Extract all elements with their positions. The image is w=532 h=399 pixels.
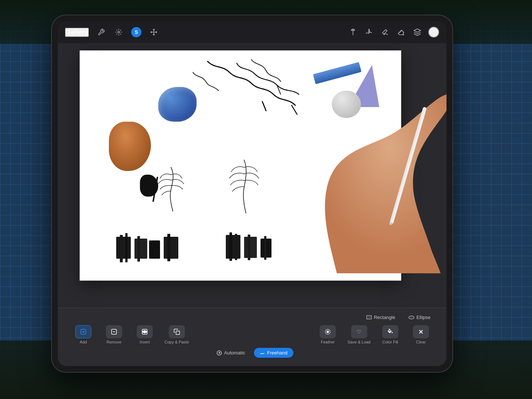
- smudge-tool-icon[interactable]: [380, 27, 390, 37]
- adjustments-icon[interactable]: [114, 27, 124, 37]
- top-mode-row: Rectangle Ellipse: [65, 312, 439, 322]
- svg-point-0: [118, 31, 120, 33]
- copy-paste-icon: [169, 325, 185, 338]
- copy-paste-label: Copy & Paste: [164, 340, 189, 344]
- color-fill-icon: [382, 325, 398, 338]
- selection-icon[interactable]: S: [131, 27, 141, 37]
- svg-rect-12: [134, 239, 147, 259]
- save-load-icon: ♡: [351, 325, 367, 338]
- svg-rect-23: [264, 236, 266, 260]
- right-toolbar-icons: [348, 27, 439, 38]
- clear-icon: [413, 325, 429, 338]
- remove-icon: [106, 325, 122, 338]
- bottom-right-modes: Feather ♡ Save & Load: [317, 325, 439, 344]
- svg-rect-19: [235, 234, 237, 260]
- bottom-left-actions: Add Remove: [65, 325, 189, 344]
- eraser-tool-icon[interactable]: [396, 27, 406, 37]
- feather-button[interactable]: Feather: [317, 325, 339, 344]
- transform-icon[interactable]: [149, 27, 159, 37]
- svg-marker-5: [414, 29, 421, 32]
- ellipse-mode-label: Ellipse: [417, 315, 430, 320]
- svg-rect-13: [137, 236, 140, 262]
- artwork-canvas[interactable]: [80, 50, 401, 281]
- invert-label: Invert: [140, 340, 150, 344]
- rectangle-mode-button[interactable]: Rectangle: [361, 312, 400, 322]
- svg-rect-15: [164, 237, 178, 259]
- svg-rect-18: [229, 232, 232, 261]
- feather-sketches-art: [142, 153, 324, 233]
- wrench-icon[interactable]: [96, 27, 106, 37]
- brush-tool-icon[interactable]: [364, 27, 374, 37]
- automatic-mode-label: Automatic: [224, 350, 245, 356]
- feather-label: Feather: [321, 340, 335, 344]
- pearl-art: [332, 91, 361, 118]
- svg-rect-9: [116, 237, 131, 259]
- svg-rect-20: [244, 237, 257, 258]
- svg-rect-10: [120, 235, 123, 262]
- rectangle-mode-label: Rectangle: [374, 315, 395, 320]
- svg-rect-17: [226, 235, 240, 259]
- ipad-frame: Gallery S: [51, 15, 453, 373]
- save-load-button[interactable]: ♡ Save & Load: [347, 325, 370, 344]
- gallery-button[interactable]: Gallery: [65, 28, 89, 37]
- svg-rect-14: [149, 240, 160, 259]
- color-fill-label: Color Fill: [382, 340, 398, 344]
- feather-icon: [320, 325, 336, 338]
- svg-rect-16: [167, 234, 170, 261]
- ellipse-mode-button[interactable]: Ellipse: [403, 312, 436, 322]
- svg-line-7: [292, 105, 297, 114]
- add-icon: [75, 325, 91, 338]
- add-label: Add: [80, 340, 87, 344]
- bottom-brush-marks-art: [109, 229, 321, 277]
- svg-point-35: [327, 331, 329, 333]
- invert-button[interactable]: Invert: [134, 325, 156, 344]
- svg-line-6: [262, 102, 266, 111]
- color-fill-button[interactable]: Color Fill: [379, 325, 401, 344]
- bottom-toolbar: Rectangle Ellipse: [58, 308, 446, 366]
- top-toolbar: Gallery S: [58, 21, 446, 43]
- canvas-area[interactable]: Rectangle Ellipse: [58, 43, 446, 366]
- rectangle-mode-icon: [366, 315, 372, 319]
- svg-rect-11: [125, 233, 128, 262]
- clear-label: Clear: [416, 340, 426, 344]
- ipad-screen: Gallery S: [58, 21, 446, 366]
- add-button[interactable]: Add: [72, 325, 94, 344]
- freehand-mode-icon: [260, 350, 265, 356]
- svg-rect-33: [176, 331, 179, 335]
- artwork-content: [80, 50, 401, 281]
- sun-icon: [217, 350, 222, 356]
- remove-label: Remove: [107, 340, 122, 344]
- svg-line-4: [399, 30, 402, 33]
- freehand-mode-label: Freehand: [267, 350, 288, 356]
- heart-icon: ♡: [357, 329, 361, 335]
- vine-strokes-art: [134, 58, 324, 142]
- automatic-mode-button[interactable]: Automatic: [211, 348, 251, 358]
- freehand-mode-button[interactable]: Freehand: [254, 348, 293, 358]
- remove-button[interactable]: Remove: [103, 325, 125, 344]
- layers-tool-icon[interactable]: [412, 27, 422, 37]
- svg-rect-21: [248, 235, 250, 260]
- color-picker-icon[interactable]: [428, 27, 439, 38]
- scene: Gallery S: [0, 0, 532, 399]
- freehand-mode-row: Automatic Freehand: [65, 348, 439, 358]
- sun-center: [218, 352, 220, 354]
- save-load-label: Save & Load: [347, 340, 370, 344]
- invert-icon: [137, 325, 153, 338]
- ellipse-mode-icon: [408, 316, 414, 319]
- pencil-tool-icon[interactable]: [348, 27, 358, 37]
- copy-paste-button[interactable]: Copy & Paste: [164, 325, 189, 344]
- toolbar-combined-row: Add Remove: [65, 325, 439, 344]
- clear-button[interactable]: Clear: [410, 325, 432, 344]
